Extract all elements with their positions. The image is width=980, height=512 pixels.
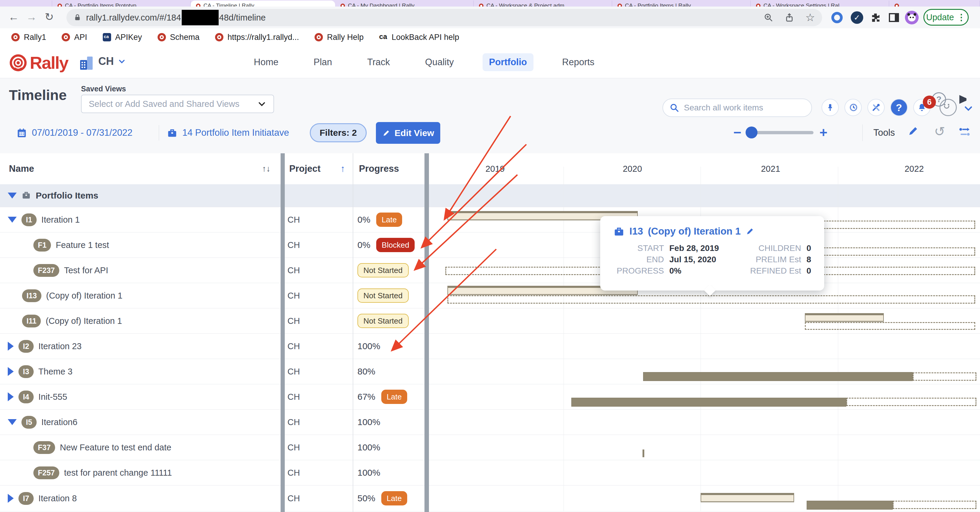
column-header-name[interactable]: Name xyxy=(9,153,34,184)
sort-ascending-icon[interactable]: ↑ xyxy=(340,153,345,184)
gantt-bar-dark[interactable] xyxy=(571,398,846,407)
table-row-I7[interactable]: I7Iteration 8CH50%Late xyxy=(0,485,980,511)
item-name[interactable]: (Copy of) Iteration 1 xyxy=(46,291,123,301)
expand-caret[interactable] xyxy=(8,367,14,376)
table-row-I4[interactable]: I4Init-555CH67%Late xyxy=(0,384,980,410)
gantt-bar-solid[interactable] xyxy=(701,493,794,502)
forward-icon[interactable]: → xyxy=(26,11,37,23)
bookmark-item[interactable]: Rally1 xyxy=(11,33,46,42)
zoom-slider[interactable] xyxy=(747,131,813,134)
reload-icon[interactable]: ↻ xyxy=(45,11,54,23)
item-name[interactable]: Iteration 1 xyxy=(41,215,80,225)
browser-tab[interactable]: CA - Workspace & Project adm... xyxy=(474,1,612,6)
bookmark-item[interactable]: APIKey xyxy=(103,33,142,42)
item-name[interactable]: Test for API xyxy=(64,266,108,275)
back-icon[interactable]: ← xyxy=(8,11,19,23)
gantt-bar-dark[interactable] xyxy=(807,501,893,510)
global-search[interactable] xyxy=(662,98,812,117)
history-button[interactable] xyxy=(845,99,862,116)
browser-tab[interactable] xyxy=(889,1,980,6)
table-row-F257[interactable]: F257test for parent change 11111CH100% xyxy=(0,460,980,485)
browser-update-button[interactable]: Update ⋮ xyxy=(923,9,969,25)
nav-tab-plan[interactable]: Plan xyxy=(307,53,339,71)
browser-tab[interactable]: CA - Portfolio Items Prototyp... xyxy=(52,1,191,6)
edit-pencil-icon[interactable] xyxy=(907,125,919,137)
extension-check-icon[interactable]: ✓ xyxy=(850,10,864,25)
zoom-page-icon[interactable] xyxy=(764,13,773,22)
table-row-I3[interactable]: I3Theme 3CH80% xyxy=(0,359,980,384)
browser-tab[interactable]: CA - Workspace Settings | Ral... xyxy=(751,1,889,6)
gantt-bar-dashed[interactable] xyxy=(447,295,975,304)
group-row-portfolio-items[interactable]: Portfolio Items xyxy=(0,184,980,207)
nav-tab-portfolio[interactable]: Portfolio xyxy=(482,53,533,71)
table-row-F237[interactable]: F237Test for APICHNot Started xyxy=(0,258,980,283)
table-row-I11[interactable]: I11(Copy of) Iteration 1CHNot Started xyxy=(0,308,980,334)
edit-pencil-icon[interactable] xyxy=(746,227,754,236)
table-row-I1[interactable]: I1Iteration 1CH0%Late xyxy=(0,207,980,233)
rally-logo[interactable]: Rally xyxy=(9,53,68,73)
date-range-control[interactable]: 07/01/2019 - 07/31/2022 xyxy=(16,127,132,138)
browser-tab[interactable]: CA - Timeline | Rally xyxy=(191,1,335,6)
column-header-progress[interactable]: Progress xyxy=(359,153,399,184)
help-button[interactable]: ? xyxy=(890,99,908,116)
gantt-bar-dashed[interactable] xyxy=(913,373,977,381)
expand-caret[interactable] xyxy=(8,494,14,503)
column-resize-divider[interactable] xyxy=(281,153,285,512)
browser-tab[interactable]: CA - Portfolio Items | Rally xyxy=(612,1,751,6)
sidebar-toggle-icon[interactable] xyxy=(886,10,901,25)
edit-view-button[interactable]: Edit View xyxy=(376,122,440,144)
gantt-splitter[interactable] xyxy=(425,153,429,512)
item-name[interactable]: Feature 1 test xyxy=(56,240,109,250)
gantt-bar-tick[interactable] xyxy=(643,450,644,457)
gantt-bar-solid[interactable] xyxy=(805,313,884,322)
table-row-I13[interactable]: I13(Copy of) Iteration 1CHNot Started xyxy=(0,283,980,308)
item-name[interactable]: Theme 3 xyxy=(38,367,72,377)
expand-caret[interactable] xyxy=(8,392,14,401)
bookmark-item[interactable]: https://rally1.rallyd... xyxy=(215,33,299,42)
table-row-I2[interactable]: I2Iteration 23CH100% xyxy=(0,334,980,359)
table-row-F1[interactable]: F1Feature 1 testCH0%Blocked xyxy=(0,233,980,258)
table-row-F37[interactable]: F37New Feature to test end dateCH100% xyxy=(0,435,980,460)
search-input[interactable] xyxy=(683,103,798,113)
expand-caret[interactable] xyxy=(8,342,14,351)
item-name[interactable]: New Feature to test end date xyxy=(60,443,171,452)
bookmark-item[interactable]: LookBack API help xyxy=(379,33,459,42)
dependencies-icon[interactable] xyxy=(958,125,971,138)
megaphone-icon[interactable] xyxy=(955,93,968,106)
zoom-out-button[interactable]: − xyxy=(733,124,741,141)
bookmark-star-icon[interactable]: ☆ xyxy=(805,11,815,24)
nav-tab-home[interactable]: Home xyxy=(247,53,285,71)
extensions-puzzle-icon[interactable] xyxy=(868,10,883,25)
gantt-bar-dashed[interactable] xyxy=(846,398,977,406)
portfolio-item-type-control[interactable]: 14 Portfolio Item Initiatave xyxy=(167,127,289,138)
url-bar[interactable]: rally1.rallydev.com/#/184 48d/timeline ☆ xyxy=(67,9,822,26)
expand-caret[interactable] xyxy=(8,193,17,198)
filters-button[interactable]: Filters: 2 xyxy=(310,123,367,142)
column-header-project[interactable]: Project xyxy=(289,153,320,184)
share-icon[interactable] xyxy=(784,13,794,22)
expand-caret[interactable] xyxy=(8,419,17,425)
nav-tab-reports[interactable]: Reports xyxy=(555,53,601,71)
item-name[interactable]: Iteration 8 xyxy=(38,493,77,503)
bookmark-item[interactable]: Schema xyxy=(158,33,200,42)
extension-okta-icon[interactable] xyxy=(830,10,845,25)
item-name[interactable]: Iteration6 xyxy=(41,417,78,427)
gantt-bar-dark[interactable] xyxy=(643,372,913,381)
bookmark-item[interactable]: API xyxy=(62,33,87,42)
item-name[interactable]: Iteration 23 xyxy=(38,341,82,351)
profile-avatar-panda[interactable] xyxy=(904,10,919,25)
zoom-slider-knob[interactable] xyxy=(746,127,757,138)
browser-tab[interactable]: CA - My Dashboard | Rally xyxy=(335,1,474,6)
pin-button[interactable] xyxy=(821,99,839,116)
workspace-selector[interactable]: CH xyxy=(98,55,126,68)
table-row-I5[interactable]: I5Iteration6CH100% xyxy=(0,410,980,435)
tooltip-item-title[interactable]: (Copy of) Iteration 1 xyxy=(648,226,741,237)
bookmark-item[interactable]: Rally Help xyxy=(315,33,364,42)
item-name[interactable]: (Copy of) Iteration 1 xyxy=(46,316,122,326)
expand-caret[interactable] xyxy=(8,217,17,223)
saved-views-dropdown[interactable]: Select or Add Saved and Shared Views xyxy=(81,95,274,113)
item-name[interactable]: test for parent change 11111 xyxy=(64,468,172,478)
gantt-bar-dashed[interactable] xyxy=(893,501,977,509)
menu-dots-icon[interactable]: ⋮ xyxy=(957,12,966,22)
item-name[interactable]: Init-555 xyxy=(38,392,67,402)
